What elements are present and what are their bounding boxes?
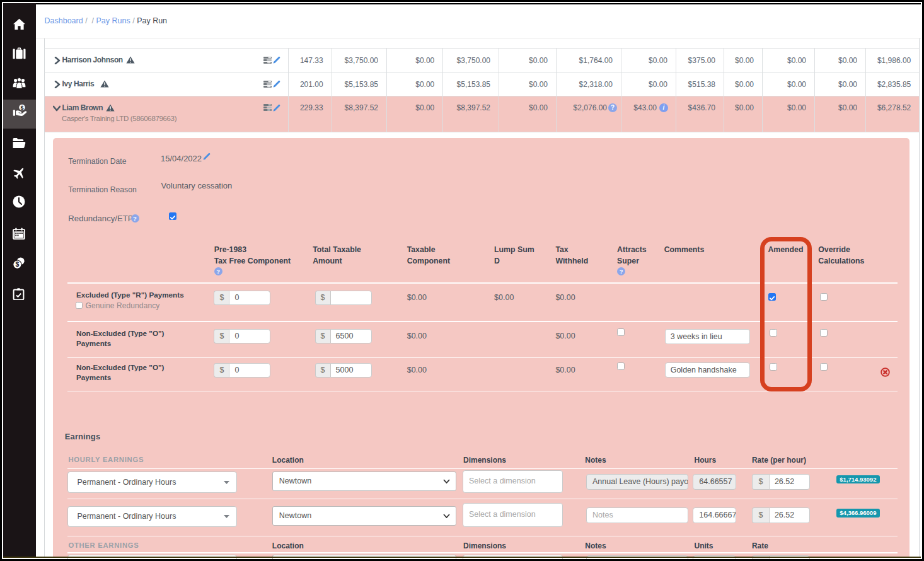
- svg-text:$: $: [20, 105, 23, 111]
- svg-text:$: $: [15, 260, 19, 268]
